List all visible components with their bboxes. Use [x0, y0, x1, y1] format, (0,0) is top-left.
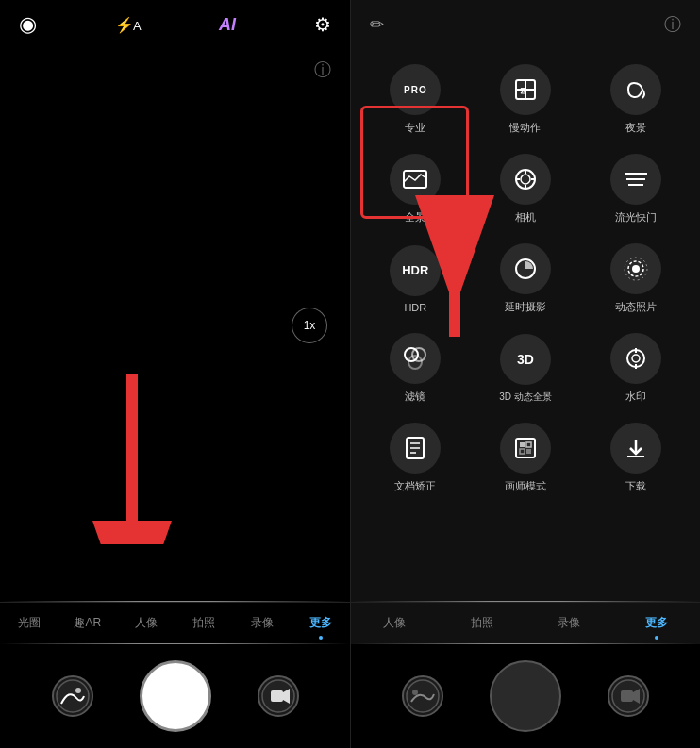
mode-panorama[interactable]: 全景 [360, 146, 471, 232]
doc-icon [404, 436, 426, 460]
mode-night[interactable]: 夜景 [580, 57, 691, 142]
mode-grid-container: PRO 专业 ⧖ 慢动作 [351, 49, 700, 601]
dynamic-icon [623, 256, 649, 282]
shutter-button-left[interactable] [140, 660, 211, 732]
download-icon-circle [610, 423, 661, 474]
pro-icon-text: PRO [404, 85, 427, 95]
filter-icon [402, 345, 428, 372]
svg-rect-5 [271, 690, 283, 702]
gallery-thumbnail-right[interactable] [402, 675, 443, 717]
left-shutter-row [0, 644, 350, 748]
left-top-bar: ◉ ⚡A AI ⚙ [0, 0, 350, 49]
nav-item-more-left[interactable]: 更多 [292, 603, 350, 643]
mode-paint[interactable]: 画师模式 [471, 415, 581, 501]
right-panel: ✏ ⓘ PRO 专业 [350, 0, 700, 748]
svg-point-31 [632, 355, 640, 362]
slowmo-label: 慢动作 [509, 121, 541, 135]
filter-icon-circle [390, 333, 441, 384]
watermark-icon [624, 346, 648, 371]
pro-label: 专业 [405, 121, 425, 135]
mode-filter[interactable]: 滤镜 [360, 325, 471, 411]
download-icon [624, 436, 648, 460]
filter-label: 滤镜 [405, 390, 425, 404]
left-panel: ◉ ⚡A AI ⚙ ⓘ 1x 光圈 趣AR 人像 [0, 0, 350, 748]
watermark-label: 水印 [625, 390, 646, 404]
doc-label: 文档矫正 [394, 479, 436, 493]
night-icon [624, 77, 648, 102]
panorama-icon [402, 169, 428, 190]
slowmo-icon-circle: ⧖ [500, 64, 551, 115]
svg-point-24 [632, 265, 640, 273]
svg-rect-41 [520, 449, 525, 454]
paint-icon-circle [500, 423, 551, 474]
mode-doc[interactable]: 文档矫正 [360, 415, 471, 501]
video-mode-button-right[interactable] [608, 675, 649, 717]
3d-label: 3D 动态全景 [499, 391, 552, 404]
dynamic-label: 动态照片 [615, 300, 657, 314]
nav-item-portrait[interactable]: 人像 [117, 603, 175, 643]
hdr-icon-circle: HDR [390, 245, 441, 296]
svg-rect-40 [526, 442, 531, 447]
mode-timelapse[interactable]: 延时摄影 [471, 236, 581, 322]
settings-icon[interactable]: ⚙ [314, 13, 331, 36]
nav-more-right[interactable]: 更多 [613, 603, 701, 643]
doc-icon-circle [390, 423, 441, 474]
mode-slowmo[interactable]: ⧖ 慢动作 [471, 57, 581, 142]
lightflow-label: 流光快门 [615, 210, 657, 224]
timelapse-label: 延时摄影 [505, 300, 546, 314]
3d-text: 3D [517, 352, 534, 367]
camera-icon [512, 166, 539, 192]
mode-pro[interactable]: PRO 专业 [360, 57, 471, 142]
gallery-thumbnail-left[interactable] [52, 675, 93, 717]
paint-icon [513, 436, 538, 460]
mode-lightflow[interactable]: 流光快门 [580, 146, 691, 232]
svg-point-3 [75, 688, 81, 693]
panorama-label: 全景 [405, 210, 425, 224]
camera-label: 相机 [515, 210, 536, 224]
svg-rect-38 [516, 439, 535, 457]
mode-3d[interactable]: 3D 3D 动态全景 [471, 325, 581, 411]
flash-icon[interactable]: ⚡A [115, 16, 141, 34]
nav-portrait-right[interactable]: 人像 [351, 603, 439, 643]
hdr-text: HDR [402, 263, 428, 277]
right-bottom-nav: 人像 拍照 录像 更多 [351, 602, 700, 643]
pro-icon-circle: PRO [390, 64, 441, 115]
active-dot-left [319, 636, 323, 640]
active-dot-right [655, 636, 658, 640]
shutter-button-right[interactable] [490, 660, 561, 732]
mode-camera[interactable]: 相机 [471, 146, 581, 232]
shutter-container-left [140, 660, 211, 732]
mode-hdr[interactable]: HDR HDR [360, 236, 471, 322]
right-top-bar: ✏ ⓘ [351, 0, 700, 49]
watermark-icon-circle [610, 333, 661, 384]
zoom-button[interactable]: 1x [292, 308, 327, 343]
night-label: 夜景 [625, 121, 646, 135]
dynamic-icon-circle [610, 243, 661, 294]
slowmo-icon: ⧖ [512, 76, 539, 103]
nav-item-photo[interactable]: 拍照 [175, 603, 234, 643]
info-icon-right[interactable]: ⓘ [664, 13, 681, 36]
pencil-icon[interactable]: ✏ [370, 14, 384, 35]
lightflow-icon-circle [610, 154, 661, 205]
mode-dynamic[interactable]: 动态照片 [580, 236, 691, 322]
video-mode-button-left[interactable] [258, 675, 299, 717]
camera-icon-circle [500, 154, 551, 205]
mode-grid: PRO 专业 ⧖ 慢动作 [351, 49, 700, 508]
mode-download[interactable]: 下载 [580, 415, 691, 501]
nav-item-quar[interactable]: 趣AR [58, 603, 117, 643]
lens-icon[interactable]: ◉ [19, 12, 37, 37]
3d-icon-circle: 3D [500, 334, 551, 385]
timelapse-icon-circle [500, 243, 551, 294]
svg-point-29 [408, 356, 422, 369]
nav-item-video[interactable]: 录像 [233, 603, 292, 643]
ai-icon[interactable]: AI [219, 15, 236, 35]
nav-photo-right[interactable]: 拍照 [439, 603, 526, 643]
nav-item-guangquan[interactable]: 光圈 [0, 603, 58, 643]
left-bottom-nav: 光圈 趣AR 人像 拍照 录像 更多 [0, 602, 350, 643]
svg-rect-39 [520, 442, 525, 447]
download-label: 下载 [625, 479, 646, 493]
nav-video-right[interactable]: 录像 [525, 603, 613, 643]
svg-point-46 [412, 690, 418, 695]
mode-watermark[interactable]: 水印 [580, 325, 691, 411]
info-button-left[interactable]: ⓘ [314, 58, 331, 81]
